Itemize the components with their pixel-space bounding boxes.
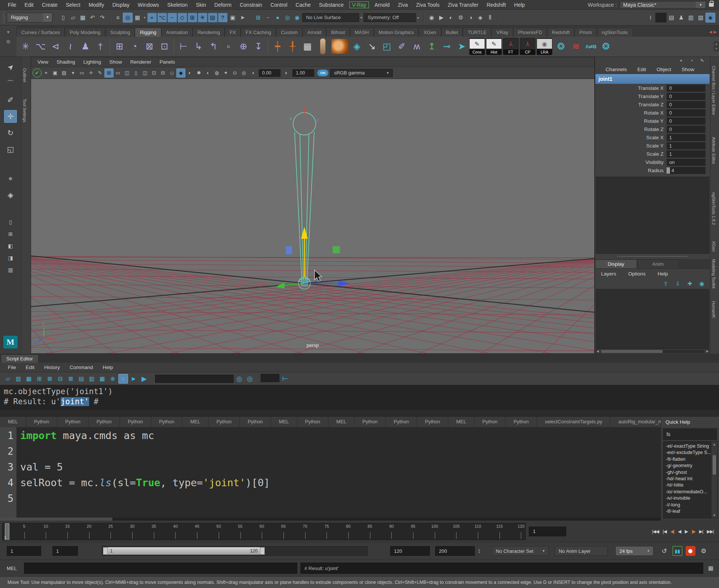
menu-arnold[interactable]: Arnold [370, 2, 394, 8]
shelf-tab-redshift[interactable]: Redshift [547, 28, 575, 37]
quick-help-flag[interactable]: -fl/-flatten [666, 456, 711, 463]
channel-box-toggle-icon[interactable]: ▥ [686, 13, 696, 22]
script-tab-python-8[interactable]: Python [240, 417, 271, 427]
scroll-left-ic[interactable]: ◀ [595, 350, 600, 353]
attribute-value-field[interactable]: on [667, 159, 706, 166]
shelf-tab-motion-graphics[interactable]: Motion Graphics [374, 28, 419, 37]
reroot-joint-icon[interactable]: ╀ [285, 38, 300, 55]
manip-plane-handle-blue[interactable] [286, 246, 292, 255]
mask-surfaces-icon[interactable]: ◇ [178, 13, 187, 22]
timeline-ruler[interactable]: 1 51015202530354045505560657075808590951… [2, 523, 526, 540]
shelf-scroll-up-icon[interactable]: ▲ [715, 42, 718, 46]
current-frame-field[interactable]: 1 [529, 527, 566, 536]
dock-tab-tool-settings[interactable]: Tool Settings [22, 99, 27, 122]
shelf-tab-prism[interactable]: Prism [574, 28, 597, 37]
shelf-tab-poly-modeling[interactable]: Poly Modeling [65, 28, 105, 37]
mask-dynamics-icon[interactable]: ✳ [198, 13, 207, 22]
quick-select-field-icon[interactable]: I [646, 13, 655, 22]
blendshape-icon[interactable]: ⊡ [157, 38, 172, 55]
shelf-tab-phoenixfd[interactable]: PhoenixFD [513, 28, 547, 37]
echo-commands-icon[interactable]: ⊕ [108, 374, 118, 384]
move-layer-down-icon[interactable]: ⇩ [673, 280, 682, 288]
create-empty-layer-icon[interactable]: ✚ [685, 280, 694, 288]
quick-help-scrollbar[interactable]: ▲ ▼ [712, 442, 717, 518]
match-transform-icon[interactable]: A⇄B [583, 38, 598, 55]
shelf-tab-sculpting[interactable]: Sculpting [105, 28, 135, 37]
spline-ik-icon[interactable]: ≀ [63, 38, 78, 55]
distance-tool-icon[interactable]: ↥ [424, 38, 439, 55]
attribute-value-field[interactable]: 0 [667, 126, 706, 133]
panel-menu-lighting[interactable]: Lighting [79, 59, 105, 65]
clear-all-icon[interactable]: ⊠ [66, 374, 76, 384]
attribute-value-field[interactable]: 0 [667, 118, 706, 125]
shelf-gear-icon[interactable]: ⚙ [4, 37, 12, 46]
menu-select[interactable]: Select [62, 2, 85, 8]
renderer-status-icon[interactable]: ✔ [33, 68, 42, 77]
menu-constrain[interactable]: Constrain [236, 2, 266, 8]
rotate-helper-icon[interactable]: ◈ [349, 38, 364, 55]
panel-menu-view[interactable]: View [33, 59, 52, 65]
script-tab-python-16[interactable]: Python [474, 417, 506, 427]
textured-icon[interactable]: ◐ [185, 68, 194, 77]
bookmark-icon[interactable]: ▾ [69, 68, 78, 77]
shelf-tab-rigging[interactable]: Rigging [135, 28, 161, 37]
color-managed-toggle[interactable]: ON [317, 70, 328, 76]
menu-deform[interactable]: Deform [210, 2, 236, 8]
symmetry-field[interactable]: Symmetry: Off [364, 13, 416, 22]
smooth-shade-icon[interactable]: ◆ [176, 68, 185, 77]
mask-curves-icon[interactable]: ~ [167, 13, 177, 22]
code-editor[interactable]: import maya.cmds as mc val = 5selRoot = … [16, 427, 661, 518]
fps-selector[interactable]: 24 fps▼ [615, 546, 653, 556]
dock-tab-attribute-editor[interactable]: Attribute Editor [712, 137, 716, 164]
exposure-field[interactable]: 0.00 [259, 69, 280, 77]
paint-select-tool-icon[interactable]: ✐ [4, 94, 17, 106]
camera-attributes-icon[interactable]: ▤ [60, 68, 69, 77]
quick-help-query[interactable]: ls [663, 429, 717, 440]
dock-tab-channel-box-layer-editor[interactable]: Channel Box / Layer Editor [712, 66, 716, 115]
layout-four-pane-icon[interactable]: ⊞ [6, 230, 15, 238]
playback-start-field[interactable]: 1 [52, 546, 78, 556]
go-to-start-button[interactable]: |◀◀ [650, 528, 661, 535]
script-tab-selectconstrainttargets-py-18[interactable]: selectConstraintTargets.py [537, 417, 610, 427]
safe-action-icon[interactable]: ⊡ [149, 68, 158, 77]
dock-tab-outliner[interactable]: Outliner [22, 68, 27, 83]
quick-help-flag[interactable]: -hd/-head Int [666, 476, 711, 482]
quick-help-flag[interactable]: -gh/-ghost [666, 469, 711, 476]
menu-skeleton[interactable]: Skeleton [163, 2, 192, 8]
menu-ziva-tools[interactable]: Ziva Tools [412, 2, 444, 8]
script-editor-menu-help[interactable]: Help [98, 365, 118, 370]
script-tab-mel-6[interactable]: MEL [182, 417, 209, 427]
lock-icon[interactable] [709, 3, 714, 7]
wireframe-icon[interactable]: ◇ [167, 68, 176, 77]
ambient-occlusion-icon[interactable]: ◍ [212, 68, 221, 77]
menu-control[interactable]: Control [266, 2, 291, 8]
attribute-value-field[interactable]: 1 [667, 134, 706, 141]
goto-line-field[interactable] [261, 374, 279, 382]
last-tool-icon[interactable]: ⌖ [4, 172, 17, 185]
go-to-end-button[interactable]: ▶▶| [705, 528, 715, 535]
play-forwards-button[interactable]: ▶ [683, 528, 689, 535]
command-input-field[interactable] [24, 563, 297, 574]
menu-edit[interactable]: Edit [21, 2, 38, 8]
step-forward-key-button[interactable]: |▶ [690, 528, 697, 535]
parent-constraint-icon[interactable]: ⊢ [176, 38, 191, 55]
menu-substance[interactable]: Substance [315, 2, 348, 8]
dock-tab-humanik[interactable]: HumanIK [712, 301, 716, 318]
toolbar-grip[interactable] [2, 12, 5, 23]
live-surface-field[interactable]: No Live Surface [302, 13, 359, 22]
scale-tool-icon[interactable]: ◱ [4, 143, 17, 156]
range-start-handle[interactable] [103, 547, 108, 555]
split-panes-icon[interactable]: ▦ [97, 374, 107, 384]
range-slider-track[interactable]: 1 120 [102, 546, 368, 556]
line-numbers-icon[interactable]: ≡ [118, 374, 128, 384]
menu-help[interactable]: Help [510, 2, 529, 8]
field-chart-icon[interactable]: ◫ [140, 68, 149, 77]
channel-edit-icon[interactable]: ✎ [699, 58, 706, 64]
hierarchy-mode-icon[interactable]: ≡ [113, 13, 123, 22]
shelf-tab-mash[interactable]: MASH [350, 28, 374, 37]
lock-selection-icon[interactable]: ▣ [228, 13, 238, 22]
shelf-cp-icon[interactable]: ⅄CP [520, 38, 536, 55]
snap-grid-icon[interactable]: ⊞ [254, 13, 263, 22]
mask-joints-icon[interactable]: ⌥ [157, 13, 167, 22]
panel-menu-show[interactable]: Show [105, 59, 126, 65]
